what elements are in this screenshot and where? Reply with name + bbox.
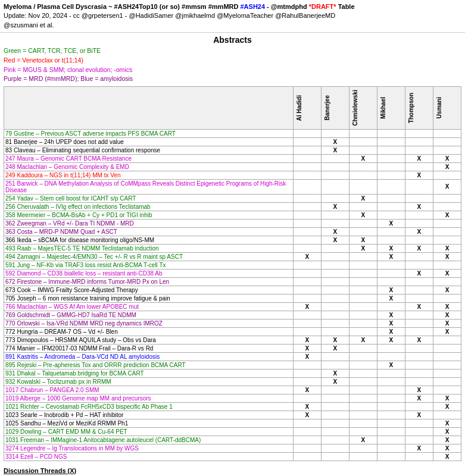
check-cell: X bbox=[405, 171, 433, 179]
abstract-title: 770 Orlowski – Isa-VRd NDMM MRD neg dyna… bbox=[4, 319, 294, 327]
check-cell bbox=[293, 129, 321, 137]
check-cell: X bbox=[293, 302, 321, 311]
table-row: 1017 Chabrun – PANGEA 2.0 SMMXX bbox=[4, 386, 461, 394]
check-cell bbox=[349, 269, 377, 277]
check-cell bbox=[433, 336, 461, 344]
table-row: 931 Dhakal – Talquetamab bridging for BC… bbox=[4, 369, 461, 377]
check-cell bbox=[377, 211, 405, 219]
check-cell: X bbox=[377, 252, 405, 261]
check-cell bbox=[377, 394, 405, 402]
check-cell bbox=[293, 294, 321, 302]
check-cell bbox=[405, 129, 433, 137]
check-cell: X bbox=[433, 419, 461, 427]
col-header-thompson: Thompson bbox=[405, 87, 433, 130]
abstract-title: 363 Costa – MRD-P NDMM Quad + ASCT bbox=[4, 227, 294, 236]
check-cell bbox=[293, 311, 321, 319]
check-cell bbox=[405, 236, 433, 244]
table-row: 774 Manier – IFM20017-03 NDMM Frail – Da… bbox=[4, 344, 461, 352]
table-row: 81 Banerjee – 24h UPEP does not add valu… bbox=[4, 137, 461, 146]
abstract-title: 1029 Dowling – CART EMD MM & Cu-64 PET bbox=[4, 427, 294, 436]
abstract-title: 673 Cook – IMWG Frailty Score-Adjusted T… bbox=[4, 286, 294, 294]
table-row: 494 Zamagni – Majestec-4/EMN30 – Tec +/-… bbox=[4, 252, 461, 261]
check-cell bbox=[349, 444, 377, 452]
check-cell bbox=[321, 294, 349, 302]
abstract-title: 254 Yadav – Stem cell boost for ICAHT s/… bbox=[4, 194, 294, 202]
check-cell bbox=[349, 179, 377, 194]
check-cell bbox=[433, 171, 461, 179]
check-cell bbox=[349, 129, 377, 137]
check-cell bbox=[377, 236, 405, 244]
table-row: 673 Cook – IMWG Frailty Score-Adjusted T… bbox=[4, 286, 461, 294]
title: Myeloma / Plasma Cell Dyscrasia ~ #ASH24… bbox=[4, 2, 461, 11]
check-cell bbox=[349, 352, 377, 361]
check-cell: X bbox=[293, 336, 321, 344]
table-row: 251 Barwick – DNA Methylation Analysis o… bbox=[4, 179, 461, 194]
table-row: 362 Zweegman – VRd +/- Dara TI NDMM - MR… bbox=[4, 219, 461, 227]
check-cell bbox=[405, 377, 433, 386]
check-cell bbox=[321, 179, 349, 194]
check-cell: X bbox=[405, 244, 433, 252]
abstract-title: 3314 Ezell – PCD NGS bbox=[4, 452, 294, 461]
check-cell: X bbox=[321, 202, 349, 211]
check-cell bbox=[321, 386, 349, 394]
check-cell bbox=[405, 327, 433, 336]
check-cell: X bbox=[433, 311, 461, 319]
check-cell bbox=[349, 452, 377, 461]
check-cell: X bbox=[405, 411, 433, 419]
check-cell bbox=[377, 377, 405, 386]
check-cell bbox=[349, 327, 377, 336]
check-cell bbox=[321, 327, 349, 336]
check-cell: X bbox=[433, 252, 461, 261]
check-cell bbox=[293, 244, 321, 252]
check-cell bbox=[405, 219, 433, 227]
check-cell bbox=[321, 194, 349, 202]
check-cell: X bbox=[433, 444, 461, 452]
check-cell bbox=[405, 162, 433, 171]
check-cell bbox=[433, 377, 461, 386]
abstract-title: 493 Raab – MajesTEC-5 TE NDMM Teclistama… bbox=[4, 244, 294, 252]
check-cell bbox=[349, 286, 377, 294]
col-header-alhadidi: Al Hadidi bbox=[293, 87, 321, 130]
check-cell bbox=[377, 261, 405, 269]
check-cell bbox=[293, 211, 321, 219]
table-row: 769 Goldschmidt – GMMG-HD7 IsaRd TE NDMM… bbox=[4, 311, 461, 319]
check-cell: X bbox=[321, 227, 349, 236]
check-cell: X bbox=[321, 336, 349, 344]
check-cell bbox=[405, 194, 433, 202]
abstract-title: 773 Dimopoulos – HRSMM AQUILA study – Ob… bbox=[4, 336, 294, 344]
abstract-title: 494 Zamagni – Majestec-4/EMN30 – Tec +/-… bbox=[4, 252, 294, 261]
check-cell: X bbox=[293, 402, 321, 411]
table-row: 493 Raab – MajesTEC-5 TE NDMM Teclistama… bbox=[4, 244, 461, 252]
check-cell bbox=[349, 361, 377, 369]
check-cell bbox=[377, 452, 405, 461]
table-row: 3274 Legendre – Ig Translocations in MM … bbox=[4, 444, 461, 452]
check-cell: X bbox=[405, 269, 433, 277]
check-cell: X bbox=[377, 327, 405, 336]
check-cell bbox=[321, 452, 349, 461]
check-cell bbox=[321, 261, 349, 269]
check-cell: X bbox=[377, 286, 405, 294]
check-cell: X bbox=[433, 452, 461, 461]
check-cell bbox=[321, 277, 349, 286]
check-cell: X bbox=[405, 336, 433, 344]
check-cell bbox=[293, 452, 321, 461]
check-cell bbox=[349, 252, 377, 261]
table-row: 83 Claveau – Eliminating sequential conf… bbox=[4, 146, 461, 154]
check-cell bbox=[349, 137, 377, 146]
check-cell bbox=[349, 261, 377, 269]
check-cell: X bbox=[433, 286, 461, 294]
table-row: 895 Rejeski – Pre-apheresis Tox and ORRR… bbox=[4, 361, 461, 369]
check-cell bbox=[433, 194, 461, 202]
check-cell bbox=[433, 129, 461, 137]
check-cell: X bbox=[377, 361, 405, 369]
check-cell bbox=[349, 294, 377, 302]
check-cell bbox=[349, 319, 377, 327]
check-cell: X bbox=[433, 319, 461, 327]
table-row: 891 Kastritis – Andromeda – Dara-VCd ND … bbox=[4, 352, 461, 361]
check-cell bbox=[293, 361, 321, 369]
check-cell bbox=[293, 261, 321, 269]
check-cell bbox=[349, 386, 377, 394]
abstract-title: 251 Barwick – DNA Methylation Analysis o… bbox=[4, 179, 294, 194]
check-cell bbox=[321, 302, 349, 311]
check-cell bbox=[321, 162, 349, 171]
